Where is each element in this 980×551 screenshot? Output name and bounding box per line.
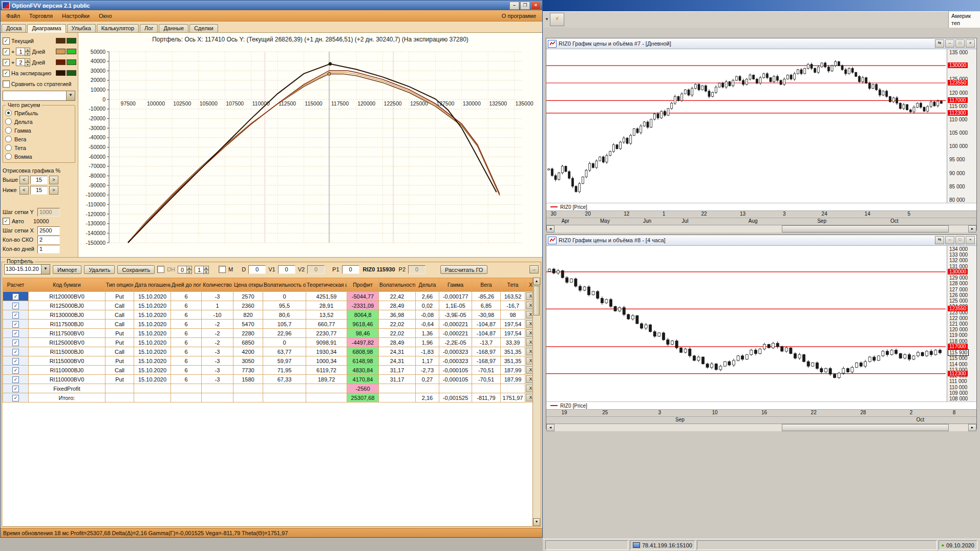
titlebar[interactable]: OptionFVV версия 2.1 public – ❐ × [1, 1, 542, 10]
delete-row-button[interactable]: X [526, 329, 533, 337]
delete-row-button[interactable]: X [526, 394, 533, 401]
minimize-button[interactable]: – [509, 2, 519, 10]
table-row[interactable]: ✓Итого:25307,682,16-0,001525-811,791751,… [3, 393, 534, 402]
chart-maximize-button[interactable]: □ [955, 39, 965, 48]
d-field[interactable]: 0 [248, 265, 266, 274]
column-header[interactable]: Гамма [439, 278, 472, 292]
radio-Прибыль[interactable] [5, 110, 12, 116]
column-header[interactable]: Дельта [416, 278, 439, 292]
toolbar-dropdown-button[interactable]: ▼ [544, 14, 550, 25]
above-value-field[interactable]: 15 [30, 176, 48, 184]
below-value-field[interactable]: 15 [30, 186, 48, 195]
column-header[interactable]: Дней до погашения [171, 278, 202, 292]
close-button[interactable]: × [531, 2, 541, 10]
link-charts-button[interactable]: ⇆ [935, 39, 944, 48]
column-header[interactable]: Расчет [3, 278, 29, 292]
plus2-days-stepper[interactable]: 2▲▼ [16, 58, 30, 66]
profit-chart[interactable]: 50000400003000020000100000-10000-20000-3… [78, 44, 542, 254]
calc-go-button[interactable]: Рассчитать ГО [440, 265, 487, 274]
scroll-right-arrow[interactable]: ► [968, 225, 976, 232]
column-header[interactable]: Количество [202, 278, 233, 292]
scroll-left-arrow[interactable]: ◄ [546, 225, 555, 232]
chart-close-button[interactable]: × [966, 236, 975, 244]
scroll-left-arrow[interactable]: ◄ [546, 424, 555, 431]
chart-window-titlebar[interactable]: RIZ0 График цены и объёма #7 - [Дневной]… [546, 38, 976, 49]
radio-Вомма[interactable] [5, 153, 12, 160]
plus1-days-stepper[interactable]: 1▲▼ [16, 48, 30, 55]
candle-chart[interactable] [546, 246, 947, 401]
table-row[interactable]: ✓RI120000BV0Put15.10.20206-3257004251,59… [3, 292, 534, 301]
radio-Гамма[interactable] [5, 127, 12, 134]
below-increase-button[interactable]: > [49, 186, 58, 195]
hscroll-thumb[interactable] [782, 225, 948, 232]
tab-Доска[interactable]: Доска [2, 24, 26, 32]
delete-row-button[interactable]: X [526, 357, 533, 365]
chart-maximize-button[interactable]: □ [955, 236, 965, 244]
delete-row-button[interactable]: X [526, 375, 533, 383]
column-header[interactable]: Теоретическая цена [306, 278, 347, 292]
row-checkbox[interactable]: ✓ [12, 349, 19, 355]
delete-row-button[interactable]: X [526, 366, 533, 374]
column-header[interactable]: Тета [501, 278, 525, 292]
plus1-checkbox[interactable]: ✓ [3, 48, 10, 55]
sko-field[interactable]: 2 [37, 236, 60, 244]
compare-strategy-checkbox[interactable] [3, 80, 10, 88]
scroll-right-arrow[interactable]: ► [968, 424, 976, 431]
row-checkbox[interactable]: ✓ [12, 321, 19, 328]
table-vscrollbar[interactable]: ▲ ▼ [532, 278, 540, 526]
delete-row-button[interactable]: X [526, 348, 533, 355]
delete-button[interactable]: Удалить [84, 265, 115, 274]
above-decrease-button[interactable]: < [19, 176, 29, 184]
auto-checkbox[interactable]: ✓ [3, 218, 10, 225]
row-checkbox[interactable]: ✓ [12, 395, 19, 401]
above-increase-button[interactable]: > [49, 176, 58, 184]
dh-checkbox[interactable] [157, 266, 164, 273]
save-button[interactable]: Сохранить [117, 265, 155, 274]
strategy-select[interactable]: ▼ [3, 91, 75, 101]
table-row[interactable]: ✓RI117500BV0Put15.10.20206-2228022,96223… [3, 329, 534, 338]
tab-Сделки[interactable]: Сделки [189, 24, 218, 32]
row-checkbox[interactable]: ✓ [12, 358, 19, 365]
current-checkbox[interactable]: ✓ [3, 37, 10, 45]
scroll-up-arrow[interactable]: ▲ [533, 278, 540, 285]
dh-stepper-2[interactable]: 1▲▼ [195, 266, 209, 273]
column-header[interactable]: Волатильность [379, 278, 416, 292]
row-checkbox[interactable]: ✓ [12, 293, 19, 300]
radio-Тета[interactable] [5, 144, 12, 151]
maximize-button[interactable]: ❐ [520, 2, 530, 10]
menu-item[interactable]: Окно [94, 12, 117, 20]
menu-item[interactable]: Файл [2, 12, 25, 20]
chart-close-button[interactable]: × [966, 39, 975, 48]
chart-minimize-button[interactable]: – [945, 236, 954, 244]
expiration-checkbox[interactable]: ✓ [3, 70, 10, 77]
delete-row-button[interactable]: X [526, 338, 533, 346]
row-checkbox[interactable]: ✓ [12, 312, 19, 319]
menu-item[interactable]: Торговля [25, 12, 57, 20]
row-checkbox[interactable]: ✓ [12, 367, 19, 374]
function-tool-button[interactable]: ⚡ [550, 13, 564, 26]
column-header[interactable]: Дата погашения [134, 278, 171, 292]
m-checkbox[interactable] [219, 266, 226, 273]
table-row[interactable]: ✓RI125000BV0Put15.10.20206-2685009098,91… [3, 338, 534, 347]
menu-item[interactable]: Настройки [57, 12, 94, 20]
about-menu-item[interactable]: О программе [497, 12, 541, 20]
column-header[interactable]: Код бумаги [29, 278, 105, 292]
radio-Дельта[interactable] [5, 118, 12, 125]
table-row[interactable]: ✓RI110000BV0Put15.10.20206-3158067,33189… [3, 375, 534, 384]
table-row[interactable]: ✓RI115000BJ0Call15.10.20206-3420063,7719… [3, 347, 534, 356]
column-header[interactable]: Волатильность открытия [263, 278, 306, 292]
row-checkbox[interactable]: ✓ [12, 303, 19, 309]
candle-chart[interactable] [546, 49, 947, 203]
table-row[interactable]: ✓RI117500BJ0Call15.10.20206-25470105,766… [3, 320, 534, 329]
scroll-thumb[interactable] [534, 286, 540, 315]
table-row[interactable]: ✓RI125000BJ0Call15.10.202061236095,528,9… [3, 301, 534, 310]
table-row[interactable]: ✓RI115000BV0Put15.10.20206-3305059,97100… [3, 356, 534, 366]
link-charts-button[interactable]: ⇆ [935, 236, 944, 244]
chart-window-titlebar[interactable]: RIZ0 График цены и объёма #8 - [4 часа] … [546, 235, 976, 246]
tab-Данные[interactable]: Данные [159, 24, 188, 32]
portfolio-select[interactable]: 130-15.10.20▼ [4, 264, 50, 274]
delete-row-button[interactable]: X [526, 320, 533, 328]
delete-row-button[interactable]: X [526, 311, 533, 319]
tab-Лог[interactable]: Лог [140, 24, 158, 32]
column-header[interactable]: Вега [472, 278, 501, 292]
